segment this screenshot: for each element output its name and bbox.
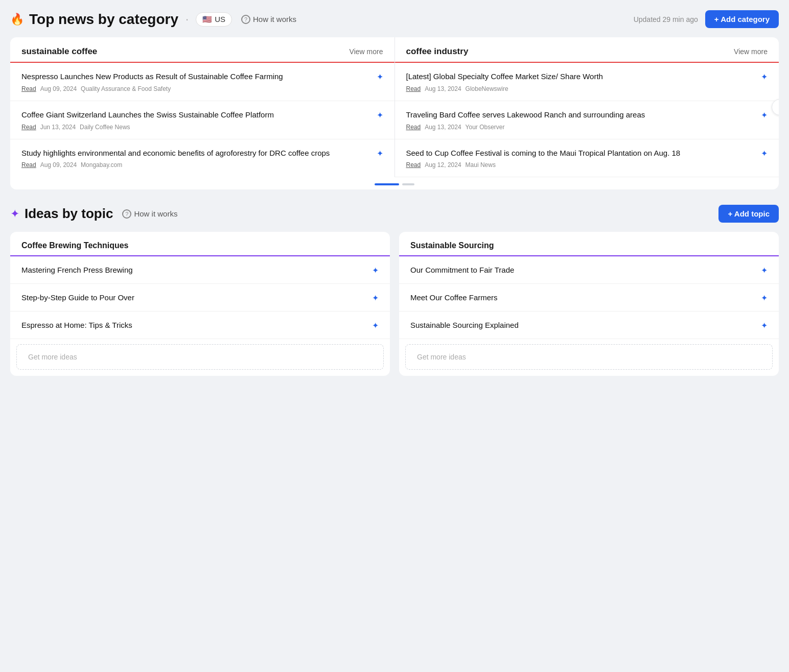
add-story-icon[interactable]: ✦ <box>761 149 768 158</box>
news-source: Daily Coffee News <box>80 124 130 131</box>
idea-text: Step-by-Step Guide to Pour Over <box>21 293 134 302</box>
news-date: Aug 09, 2024 <box>40 161 77 169</box>
sparkle-icon: ✦ <box>10 207 19 221</box>
news-headline: Nespresso Launches New Products as Resul… <box>21 71 283 82</box>
header-right: Updated 29 min ago + Add category <box>634 10 779 28</box>
column-title-coffee-industry: coffee industry <box>406 46 469 57</box>
news-meta: Read Aug 12, 2024 Maui News <box>406 161 768 169</box>
news-headline: Seed to Cup Coffee Festival is coming to… <box>406 148 681 159</box>
idea-text: Mastering French Press Brewing <box>21 266 133 274</box>
news-item[interactable]: Nespresso Launches New Products as Resul… <box>10 63 395 101</box>
idea-item[interactable]: Meet Our Coffee Farmers ✦ <box>399 284 779 311</box>
news-item-top: Traveling Bard Coffee serves Lakewood Ra… <box>406 109 768 121</box>
news-source: Quality Assurance & Food Safety <box>81 85 171 92</box>
scroll-dot-active <box>375 183 399 185</box>
add-topic-button[interactable]: + Add topic <box>718 205 779 223</box>
view-more-coffee-industry[interactable]: View more <box>734 47 768 56</box>
news-item-top: Nespresso Launches New Products as Resul… <box>21 71 383 82</box>
news-headline: Coffee Giant Switzerland Launches the Sw… <box>21 109 274 121</box>
read-link[interactable]: Read <box>21 85 36 92</box>
ideas-how-it-works-button[interactable]: ? How it works <box>118 207 181 221</box>
news-item-top: Coffee Giant Switzerland Launches the Sw… <box>21 109 383 121</box>
news-headline: Traveling Bard Coffee serves Lakewood Ra… <box>406 109 645 121</box>
news-item-top: Seed to Cup Coffee Festival is coming to… <box>406 148 768 159</box>
idea-item[interactable]: Espresso at Home: Tips & Tricks ✦ <box>10 311 390 339</box>
add-idea-icon[interactable]: ✦ <box>761 266 768 275</box>
news-date: Jun 13, 2024 <box>40 124 76 131</box>
add-idea-icon[interactable]: ✦ <box>372 321 379 330</box>
news-date: Aug 09, 2024 <box>40 85 77 92</box>
ideas-column-brewing: Coffee Brewing Techniques Mastering Fren… <box>10 232 390 376</box>
scroll-dot-inactive <box>402 183 414 185</box>
news-meta: Read Aug 09, 2024 Mongabay.com <box>21 161 383 169</box>
news-source: Your Observer <box>466 124 505 131</box>
ideas-how-it-works-label: How it works <box>134 209 177 218</box>
read-link[interactable]: Read <box>21 161 36 169</box>
region-selector[interactable]: 🇺🇸 US <box>196 12 232 27</box>
add-story-icon[interactable]: ✦ <box>761 110 768 120</box>
ideas-columns: Coffee Brewing Techniques Mastering Fren… <box>10 232 779 376</box>
news-headline: Study highlights environmental and econo… <box>21 148 330 159</box>
read-link[interactable]: Read <box>21 124 36 131</box>
how-it-works-button[interactable]: ? How it works <box>237 13 300 26</box>
idea-text: Our Commitment to Fair Trade <box>410 266 514 274</box>
news-source: Maui News <box>466 161 496 169</box>
page-title: Top news by category <box>29 11 178 28</box>
ideas-title: Ideas by topic <box>25 206 113 222</box>
dot-separator: · <box>185 13 189 26</box>
idea-item[interactable]: Mastering French Press Brewing ✦ <box>10 256 390 284</box>
add-idea-icon[interactable]: ✦ <box>761 321 768 330</box>
updated-text: Updated 29 min ago <box>634 15 698 23</box>
view-more-sustainable-coffee[interactable]: View more <box>350 47 383 56</box>
region-label: US <box>215 15 225 23</box>
idea-text: Espresso at Home: Tips & Tricks <box>21 321 132 329</box>
add-idea-icon[interactable]: ✦ <box>761 293 768 303</box>
news-item[interactable]: [Latest] Global Specialty Coffee Market … <box>395 63 779 101</box>
add-story-icon[interactable]: ✦ <box>377 110 383 120</box>
ideas-column-header-sourcing: Sustainable Sourcing <box>399 232 779 256</box>
add-idea-icon[interactable]: ✦ <box>372 293 379 303</box>
idea-item[interactable]: Sustainable Sourcing Explained ✦ <box>399 311 779 339</box>
ideas-column-header-brewing: Coffee Brewing Techniques <box>10 232 390 256</box>
news-item[interactable]: Seed to Cup Coffee Festival is coming to… <box>395 139 779 178</box>
news-source: Mongabay.com <box>81 161 122 169</box>
news-section: sustainable coffee View more Nespresso L… <box>10 37 779 189</box>
get-more-ideas-brewing[interactable]: Get more ideas <box>16 344 384 370</box>
page-header: 🔥 Top news by category · 🇺🇸 US ? How it … <box>10 10 779 28</box>
ideas-column-title-sourcing: Sustainable Sourcing <box>410 241 494 250</box>
scroll-indicator <box>10 177 779 189</box>
read-link[interactable]: Read <box>406 124 421 131</box>
add-category-button[interactable]: + Add category <box>705 10 779 28</box>
news-column-sustainable-coffee: sustainable coffee View more Nespresso L… <box>10 37 395 177</box>
news-columns-wrapper: sustainable coffee View more Nespresso L… <box>10 37 779 177</box>
ideas-header-right: + Add topic <box>718 205 779 223</box>
news-item[interactable]: Traveling Bard Coffee serves Lakewood Ra… <box>395 101 779 139</box>
news-meta: Read Aug 09, 2024 Quality Assurance & Fo… <box>21 85 383 92</box>
idea-text: Sustainable Sourcing Explained <box>410 321 519 329</box>
idea-item[interactable]: Our Commitment to Fair Trade ✦ <box>399 256 779 284</box>
news-headline: [Latest] Global Specialty Coffee Market … <box>406 71 603 82</box>
news-item-top: Study highlights environmental and econo… <box>21 148 383 159</box>
news-date: Aug 13, 2024 <box>425 85 461 92</box>
get-more-ideas-sourcing[interactable]: Get more ideas <box>405 344 773 370</box>
flag-icon: 🇺🇸 <box>202 15 212 24</box>
column-header-coffee-industry: coffee industry View more <box>395 37 779 63</box>
news-date: Aug 12, 2024 <box>425 161 461 169</box>
news-item-top: [Latest] Global Specialty Coffee Market … <box>406 71 768 82</box>
read-link[interactable]: Read <box>406 85 421 92</box>
read-link[interactable]: Read <box>406 161 421 169</box>
ideas-column-sourcing: Sustainable Sourcing Our Commitment to F… <box>399 232 779 376</box>
news-column-coffee-industry: coffee industry View more [Latest] Globa… <box>395 37 779 177</box>
news-item[interactable]: Study highlights environmental and econo… <box>10 139 395 177</box>
add-story-icon[interactable]: ✦ <box>377 149 383 158</box>
column-header-sustainable-coffee: sustainable coffee View more <box>10 37 395 63</box>
help-icon: ? <box>241 15 250 24</box>
news-item[interactable]: Coffee Giant Switzerland Launches the Sw… <box>10 101 395 139</box>
add-idea-icon[interactable]: ✦ <box>372 266 379 275</box>
add-story-icon[interactable]: ✦ <box>377 72 383 82</box>
news-source: GlobeNewswire <box>466 85 508 92</box>
idea-item[interactable]: Step-by-Step Guide to Pour Over ✦ <box>10 284 390 311</box>
add-story-icon[interactable]: ✦ <box>761 72 768 82</box>
ideas-column-title-brewing: Coffee Brewing Techniques <box>21 241 129 250</box>
how-it-works-label: How it works <box>253 15 296 23</box>
